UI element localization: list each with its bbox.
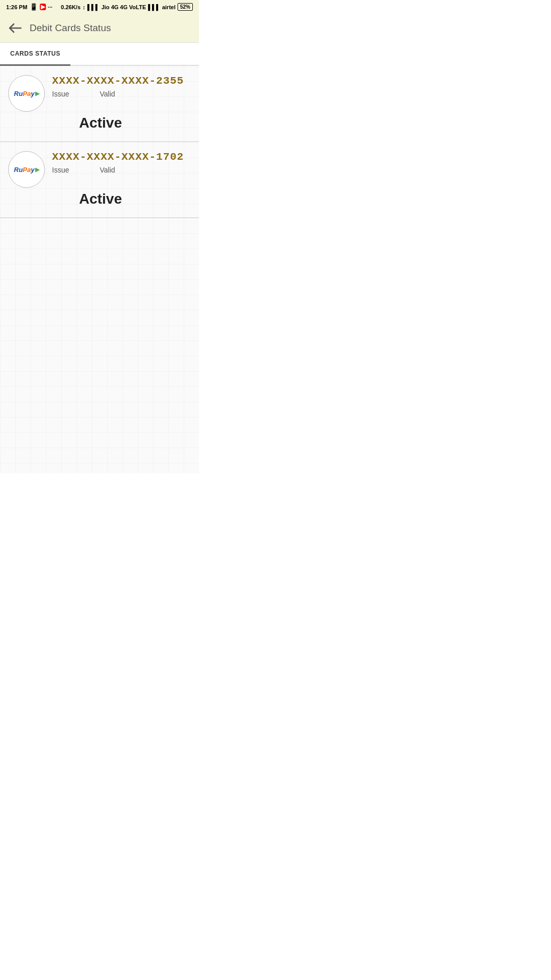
- card-top-1: Ru Pa y ▶ XXXX-XXXX-XXXX-2355 Issue Vali…: [8, 75, 193, 112]
- page-title: Debit Cards Status: [30, 22, 111, 34]
- time-display: 1:26 PM: [6, 4, 28, 10]
- issue-label-2: Issue: [52, 166, 69, 174]
- card-details-2: XXXX-XXXX-XXXX-1702 Issue Valid: [52, 151, 193, 178]
- status-right: 0.26K/s ↕ ▌▌▌ Jio 4G 4G VoLTE ▌▌▌ airtel…: [61, 3, 193, 11]
- issue-label-1: Issue: [52, 90, 69, 98]
- cards-list: Ru Pa y ▶ XXXX-XXXX-XXXX-2355 Issue Vali…: [0, 66, 199, 218]
- empty-content-area: [0, 218, 199, 473]
- card-number-1: XXXX-XXXX-XXXX-2355: [52, 75, 193, 87]
- tab-cards-status[interactable]: CARDS STATUS: [0, 43, 70, 66]
- tab-bar: CARDS STATUS: [0, 43, 199, 66]
- status-bar: 1:26 PM 📱 ▶ ··· 0.26K/s ↕ ▌▌▌ Jio 4G 4G …: [0, 0, 199, 14]
- card-item-2[interactable]: Ru Pa y ▶ XXXX-XXXX-XXXX-1702 Issue Vali…: [0, 142, 199, 218]
- status-left: 1:26 PM 📱 ▶ ···: [6, 3, 53, 11]
- whatsapp-icon: 📱: [30, 3, 38, 11]
- network-speed: 0.26K/s: [61, 4, 81, 10]
- battery-icon: 52%: [178, 3, 193, 11]
- card-details-1: XXXX-XXXX-XXXX-2355 Issue Valid: [52, 75, 193, 102]
- header: Debit Cards Status: [0, 14, 199, 43]
- signal-bars-1: ▌▌▌: [87, 4, 99, 10]
- carrier1: Jio 4G 4G VoLTE: [102, 4, 146, 10]
- valid-label-2: Valid: [99, 166, 115, 174]
- rupay-logo-circle-1: Ru Pa y ▶: [8, 75, 45, 112]
- rupay-logo-circle-2: Ru Pa y ▶: [8, 151, 45, 188]
- card-meta-2: Issue Valid: [52, 166, 193, 174]
- valid-label-1: Valid: [99, 90, 115, 98]
- card-top-2: Ru Pa y ▶ XXXX-XXXX-XXXX-1702 Issue Vali…: [8, 151, 193, 188]
- card-status-1: Active: [8, 112, 193, 136]
- card-item-1[interactable]: Ru Pa y ▶ XXXX-XXXX-XXXX-2355 Issue Vali…: [0, 66, 199, 142]
- card-number-2: XXXX-XXXX-XXXX-1702: [52, 151, 193, 163]
- back-button[interactable]: [8, 21, 22, 35]
- card-status-2: Active: [8, 188, 193, 212]
- youtube-icon: ▶: [40, 4, 46, 10]
- card-meta-1: Issue Valid: [52, 90, 193, 98]
- signal-icon: ↕: [83, 4, 86, 10]
- carrier2: airtel: [162, 4, 176, 10]
- more-icon: ···: [48, 4, 53, 10]
- signal-bars-2: ▌▌▌: [148, 4, 160, 10]
